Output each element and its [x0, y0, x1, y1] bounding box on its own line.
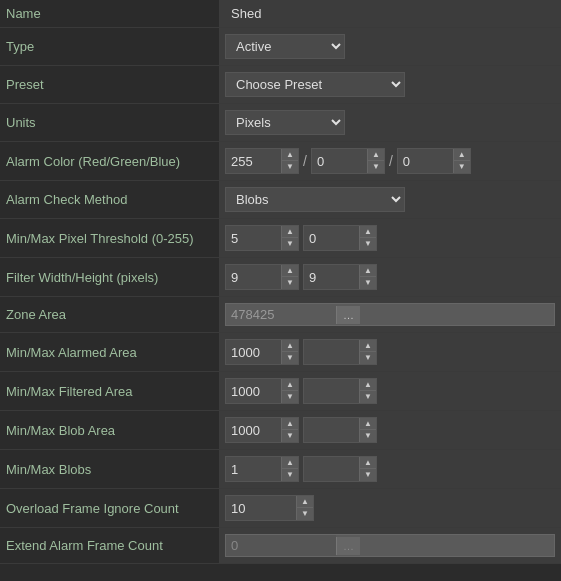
- filter-w-down[interactable]: ▼: [282, 277, 298, 289]
- type-value-cell: Active Inactive Monitor: [219, 28, 561, 66]
- filter-h-down[interactable]: ▼: [360, 277, 376, 289]
- blobs-min-up[interactable]: ▲: [282, 457, 298, 469]
- red-input[interactable]: [226, 151, 281, 172]
- zone-calc-button[interactable]: …: [336, 306, 360, 324]
- overload-down[interactable]: ▼: [297, 508, 313, 520]
- blue-spin: ▲ ▼: [397, 148, 471, 174]
- overload-btns: ▲ ▼: [296, 496, 313, 520]
- filter-wh-label: Filter Width/Height (pixels): [0, 258, 219, 297]
- alarmed-max-spin: ▲ ▼: [303, 339, 377, 365]
- blobs-min-spin: ▲ ▼: [225, 456, 299, 482]
- name-value: Shed: [225, 2, 267, 25]
- alarm-check-select[interactable]: Blobs Alarmed Pixels Filtered Pixels: [225, 187, 405, 212]
- alarmed-min-up[interactable]: ▲: [282, 340, 298, 352]
- blobs-min-down[interactable]: ▼: [282, 469, 298, 481]
- red-up-btn[interactable]: ▲: [282, 149, 298, 161]
- blobs-max-input[interactable]: [304, 459, 359, 480]
- overload-spin: ▲ ▼: [225, 495, 314, 521]
- alarm-color-value-cell: ▲ ▼ / ▲ ▼ /: [219, 142, 561, 181]
- preset-select[interactable]: Choose Preset: [225, 72, 405, 97]
- filter-wh-row: Filter Width/Height (pixels) ▲ ▼ ▲: [0, 258, 561, 297]
- blobs-group: ▲ ▼ ▲ ▼: [225, 456, 555, 482]
- overload-label: Overload Frame Ignore Count: [0, 489, 219, 528]
- zone-area-row: Zone Area …: [0, 297, 561, 333]
- green-spin: ▲ ▼: [311, 148, 385, 174]
- filter-wh-group: ▲ ▼ ▲ ▼: [225, 264, 555, 290]
- zone-area-input[interactable]: [226, 304, 336, 325]
- filtered-min-up[interactable]: ▲: [282, 379, 298, 391]
- alarm-color-group: ▲ ▼ / ▲ ▼ /: [225, 148, 555, 174]
- filter-w-up[interactable]: ▲: [282, 265, 298, 277]
- name-value-cell: Shed: [219, 0, 561, 28]
- overload-up[interactable]: ▲: [297, 496, 313, 508]
- extend-calc-button: …: [336, 537, 360, 555]
- filter-h-up[interactable]: ▲: [360, 265, 376, 277]
- pixel-min-input[interactable]: [226, 228, 281, 249]
- pixel-max-input[interactable]: [304, 228, 359, 249]
- filtered-min-btns: ▲ ▼: [281, 379, 298, 403]
- overload-input[interactable]: [226, 498, 296, 519]
- blue-up-btn[interactable]: ▲: [454, 149, 470, 161]
- blue-spin-btns: ▲ ▼: [453, 149, 470, 173]
- filter-w-btns: ▲ ▼: [281, 265, 298, 289]
- filtered-min-down[interactable]: ▼: [282, 391, 298, 403]
- blob-min-input[interactable]: [226, 420, 281, 441]
- filtered-max-up[interactable]: ▲: [360, 379, 376, 391]
- green-down-btn[interactable]: ▼: [368, 161, 384, 173]
- blob-max-input[interactable]: [304, 420, 359, 441]
- pixel-threshold-label: Min/Max Pixel Threshold (0-255): [0, 219, 219, 258]
- alarmed-max-down[interactable]: ▼: [360, 352, 376, 364]
- alarmed-max-btns: ▲ ▼: [359, 340, 376, 364]
- filtered-max-down[interactable]: ▼: [360, 391, 376, 403]
- blobs-min-input[interactable]: [226, 459, 281, 480]
- filter-h-input[interactable]: [304, 267, 359, 288]
- preset-row: Preset Choose Preset: [0, 66, 561, 104]
- blob-min-down[interactable]: ▼: [282, 430, 298, 442]
- alarmed-area-label: Min/Max Alarmed Area: [0, 333, 219, 372]
- alarmed-area-value-cell: ▲ ▼ ▲ ▼: [219, 333, 561, 372]
- filter-wh-value-cell: ▲ ▼ ▲ ▼: [219, 258, 561, 297]
- green-up-btn[interactable]: ▲: [368, 149, 384, 161]
- blobs-max-down[interactable]: ▼: [360, 469, 376, 481]
- green-spin-btns: ▲ ▼: [367, 149, 384, 173]
- red-spin: ▲ ▼: [225, 148, 299, 174]
- pixel-max-down[interactable]: ▼: [360, 238, 376, 250]
- overload-row: Overload Frame Ignore Count ▲ ▼: [0, 489, 561, 528]
- blobs-row: Min/Max Blobs ▲ ▼ ▲ ▼: [0, 450, 561, 489]
- alarmed-max-up[interactable]: ▲: [360, 340, 376, 352]
- alarmed-min-input[interactable]: [226, 342, 281, 363]
- units-select[interactable]: Pixels Percent: [225, 110, 345, 135]
- type-select[interactable]: Active Inactive Monitor: [225, 34, 345, 59]
- extend-label: Extend Alarm Frame Count: [0, 528, 219, 564]
- name-label: Name: [0, 0, 219, 28]
- blobs-max-spin: ▲ ▼: [303, 456, 377, 482]
- blob-max-btns: ▲ ▼: [359, 418, 376, 442]
- blue-down-btn[interactable]: ▼: [454, 161, 470, 173]
- pixel-threshold-group: ▲ ▼ ▲ ▼: [225, 225, 555, 251]
- filtered-max-input[interactable]: [304, 381, 359, 402]
- blob-min-up[interactable]: ▲: [282, 418, 298, 430]
- blobs-max-up[interactable]: ▲: [360, 457, 376, 469]
- filter-h-spin: ▲ ▼: [303, 264, 377, 290]
- alarmed-min-down[interactable]: ▼: [282, 352, 298, 364]
- units-value-cell: Pixels Percent: [219, 104, 561, 142]
- blob-max-down[interactable]: ▼: [360, 430, 376, 442]
- alarmed-max-input[interactable]: [304, 342, 359, 363]
- red-spin-btns: ▲ ▼: [281, 149, 298, 173]
- filtered-min-input[interactable]: [226, 381, 281, 402]
- blue-input[interactable]: [398, 151, 453, 172]
- settings-form: Name Shed Type Active Inactive Monitor P…: [0, 0, 561, 564]
- green-input[interactable]: [312, 151, 367, 172]
- pixel-min-down[interactable]: ▼: [282, 238, 298, 250]
- preset-value-cell: Choose Preset: [219, 66, 561, 104]
- blob-max-up[interactable]: ▲: [360, 418, 376, 430]
- pixel-max-up[interactable]: ▲: [360, 226, 376, 238]
- alarm-color-label: Alarm Color (Red/Green/Blue): [0, 142, 219, 181]
- red-down-btn[interactable]: ▼: [282, 161, 298, 173]
- preset-label: Preset: [0, 66, 219, 104]
- filter-w-input[interactable]: [226, 267, 281, 288]
- color-sep-2: /: [389, 153, 393, 169]
- pixel-min-btns: ▲ ▼: [281, 226, 298, 250]
- pixel-min-up[interactable]: ▲: [282, 226, 298, 238]
- units-label: Units: [0, 104, 219, 142]
